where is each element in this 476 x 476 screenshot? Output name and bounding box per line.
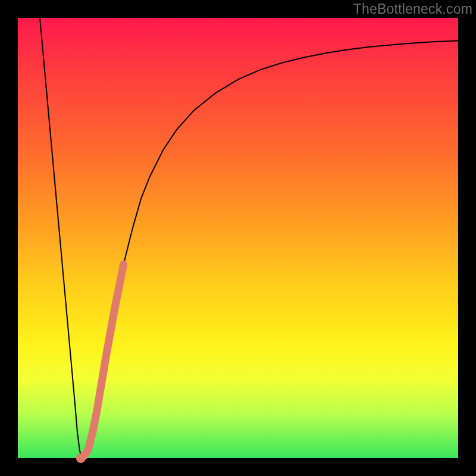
salmon-overlay-segment	[81, 264, 124, 458]
minimum-marker	[76, 453, 86, 463]
plot-area	[18, 18, 458, 458]
watermark-text: TheBottleneck.com	[353, 1, 472, 17]
chart-frame: TheBottleneck.com	[0, 0, 476, 476]
chart-svg	[18, 18, 458, 458]
